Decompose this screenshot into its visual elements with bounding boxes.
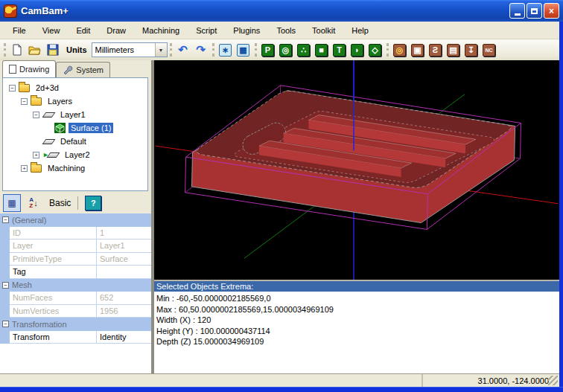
mop-engrave-button[interactable]: ↧ — [463, 42, 480, 58]
new-file-button[interactable] — [9, 42, 25, 58]
snap-grid-button[interactable]: ▦ — [235, 42, 252, 58]
undo-icon: ↶ — [178, 43, 188, 57]
property-row-numvertices[interactable]: NumVertices 1956 — [0, 305, 151, 318]
category-transformation[interactable]: − Transformation — [0, 318, 151, 331]
close-button[interactable]: × — [544, 3, 559, 19]
tree-label[interactable]: Default — [58, 136, 89, 147]
draw-text-button[interactable]: T — [331, 42, 348, 58]
tree-item-2d3d[interactable]: − 2d+3d — [3, 81, 147, 94]
menu-plugins[interactable]: Plugins — [225, 24, 268, 37]
property-value: 652 — [97, 292, 151, 305]
resize-grip[interactable] — [548, 376, 558, 385]
draw-rectangle-button[interactable]: ■ — [314, 42, 330, 58]
chevron-down-icon[interactable]: ▼ — [155, 43, 167, 57]
mop-profile-button[interactable]: Ƨ — [427, 42, 444, 58]
property-row-tag[interactable]: Tag — [0, 266, 151, 279]
redo-button[interactable]: ↷ — [193, 42, 209, 58]
status-bar: 31.0000, -124.0000 — [0, 373, 559, 387]
toolbar-separator — [77, 196, 78, 210]
minimize-button[interactable] — [509, 3, 525, 19]
view-mode-label[interactable]: Basic — [49, 198, 71, 208]
maximize-button[interactable] — [527, 3, 542, 19]
collapse-icon[interactable]: − — [9, 85, 16, 91]
property-value[interactable]: Identity — [97, 331, 151, 344]
layer-icon — [42, 139, 56, 144]
rectangle-icon: ■ — [315, 44, 328, 57]
tree-label[interactable]: Layer1 — [58, 109, 88, 120]
mop-ncfile-button[interactable]: NC — [481, 42, 497, 58]
tree-label[interactable]: 2d+3d — [34, 83, 61, 93]
viewport-3d[interactable] — [154, 60, 559, 280]
toolbar-grip — [255, 43, 257, 57]
category-mesh[interactable]: − Mesh — [0, 279, 151, 292]
property-row-transform[interactable]: Transform Identity — [0, 331, 151, 344]
new-file-icon — [11, 44, 23, 56]
window-title: CamBam+ — [21, 5, 69, 16]
collapse-icon[interactable]: − — [2, 282, 9, 289]
tree-item-machining[interactable]: + Machining — [3, 161, 147, 175]
menu-help[interactable]: Help — [343, 24, 377, 37]
tab-drawing[interactable]: Drawing — [2, 60, 56, 77]
mop-drill-button[interactable]: ◎ — [392, 42, 408, 58]
category-label: (General) — [12, 216, 46, 225]
tree-item-layer2[interactable]: + ► Layer2 — [3, 148, 147, 161]
help-button[interactable]: ? — [85, 196, 101, 211]
tree-label[interactable]: Layer2 — [63, 150, 92, 160]
arc-icon: ◗ — [351, 44, 363, 57]
tree-label-selected[interactable]: Surface (1) — [69, 123, 113, 133]
menu-script[interactable]: Script — [188, 24, 225, 37]
menu-machining[interactable]: Machining — [134, 24, 188, 37]
units-label: Units — [66, 45, 87, 54]
drawing-page-icon — [9, 65, 16, 74]
info-panel: Selected Objects Extrema: Min : -60,-50.… — [154, 281, 559, 373]
menu-toolkit[interactable]: Toolkit — [304, 24, 343, 37]
mop-3d-profile-button[interactable]: ▤ — [445, 42, 462, 58]
property-row-layer[interactable]: Layer Layer1 — [0, 240, 151, 253]
draw-polyline-button[interactable]: P — [260, 42, 276, 58]
property-value[interactable] — [97, 266, 151, 279]
draw-circle-button[interactable]: ◎ — [278, 42, 294, 58]
menu-file[interactable]: File — [4, 24, 34, 37]
property-row-id[interactable]: ID 1 — [0, 227, 151, 240]
tree-item-surface[interactable]: Surface (1) — [3, 121, 147, 135]
expand-icon[interactable]: + — [21, 165, 28, 172]
title-bar[interactable]: CamBam+ × — [0, 0, 563, 22]
points-icon: ∴ — [297, 44, 310, 57]
menu-draw[interactable]: Draw — [98, 24, 134, 37]
profile-icon: Ƨ — [429, 44, 442, 57]
draw-points-button[interactable]: ∴ — [296, 42, 312, 58]
menu-bar: File View Edit Draw Machining Script Plu… — [0, 22, 559, 39]
category-general[interactable]: − (General) — [0, 213, 151, 227]
tree-item-layers[interactable]: − Layers — [3, 94, 147, 108]
collapse-icon[interactable]: − — [2, 216, 9, 223]
collapse-icon[interactable]: − — [2, 321, 9, 327]
property-row-primitivetype[interactable]: PrimitiveType Surface — [0, 253, 151, 266]
alphabetical-sort-button[interactable]: AZ ↓ — [25, 194, 42, 212]
menu-tools[interactable]: Tools — [268, 24, 304, 37]
categorized-view-button[interactable]: ▦ — [3, 194, 21, 212]
menu-edit[interactable]: Edit — [68, 24, 98, 37]
units-combobox[interactable]: Millimeters ▼ — [92, 42, 168, 57]
extrema-depth: Depth (Z) 15.0000034969109 — [156, 336, 559, 347]
open-file-button[interactable] — [27, 42, 43, 58]
collapse-icon[interactable]: − — [21, 98, 28, 105]
tree-item-default[interactable]: Default — [3, 135, 147, 148]
folder-icon — [31, 164, 42, 173]
property-row-numfaces[interactable]: NumFaces 652 — [0, 292, 151, 305]
toolbar-grip — [170, 43, 172, 57]
tree-label[interactable]: Machining — [45, 163, 87, 173]
mop-pocket-button[interactable]: ▣ — [410, 42, 426, 58]
tree-label[interactable]: Layers — [45, 96, 74, 106]
tree-item-layer1[interactable]: − Layer1 — [3, 108, 147, 121]
status-message-panel — [0, 374, 423, 387]
draw-arc-button[interactable]: ◗ — [349, 42, 366, 58]
tab-system[interactable]: System — [56, 62, 110, 77]
collapse-icon[interactable]: − — [33, 112, 39, 118]
save-button[interactable] — [45, 42, 61, 58]
redo-icon: ↷ — [196, 43, 206, 57]
snap-points-button[interactable]: ∗ — [217, 42, 234, 58]
menu-view[interactable]: View — [34, 24, 69, 37]
undo-button[interactable]: ↶ — [175, 42, 191, 58]
expand-icon[interactable]: + — [33, 152, 39, 158]
draw-surface-button[interactable]: ◇ — [367, 42, 384, 58]
